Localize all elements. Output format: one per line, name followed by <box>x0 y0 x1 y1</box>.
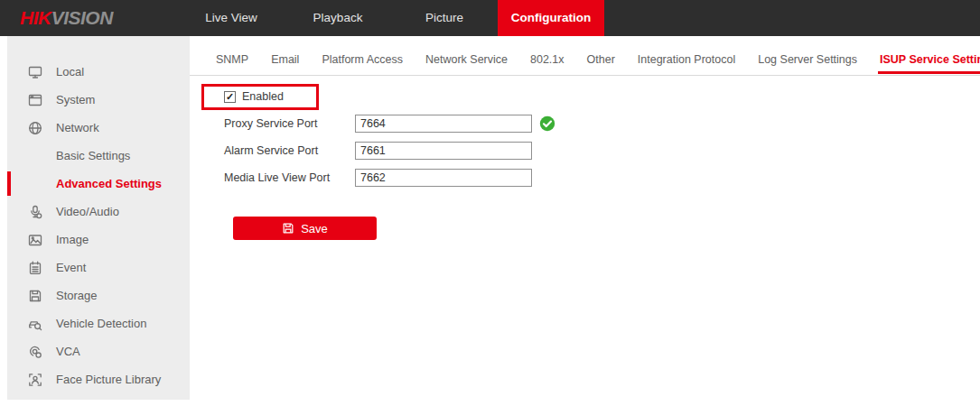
microphone-icon <box>27 204 42 219</box>
logo-hik: HIK <box>20 7 51 28</box>
hikvision-logo: HIKVISION <box>20 0 113 36</box>
tab-802-1x[interactable]: 802.1x <box>528 47 566 74</box>
nav-picture[interactable]: Picture <box>391 0 498 36</box>
vca-icon <box>27 344 42 359</box>
image-icon <box>27 232 42 247</box>
globe-icon <box>27 120 42 135</box>
system-window-icon <box>27 92 42 107</box>
tab-snmp[interactable]: SNMP <box>214 47 250 74</box>
top-navigation-bar: HIKVISION Live View Playback Picture Con… <box>0 0 980 36</box>
sidebar-item-system[interactable]: System <box>7 86 190 114</box>
monitor-icon <box>27 64 42 79</box>
sidebar-item-event[interactable]: Event <box>7 254 190 281</box>
media-live-view-port-input[interactable] <box>355 169 532 187</box>
nav-playback[interactable]: Playback <box>285 0 391 36</box>
logo-vision: VISION <box>51 7 113 28</box>
active-indicator-bar <box>7 171 11 196</box>
save-button[interactable]: Save <box>233 217 377 240</box>
enabled-label: Enabled <box>242 90 284 103</box>
save-button-label: Save <box>301 222 328 235</box>
tab-network-service[interactable]: Network Service <box>424 47 509 74</box>
sidebar-item-local[interactable]: Local <box>7 58 190 86</box>
nav-live-view[interactable]: Live View <box>178 0 285 36</box>
tab-platform-access[interactable]: Platform Access <box>320 47 405 74</box>
vehicle-detection-icon <box>27 316 42 331</box>
tab-isup-service-settings[interactable]: ISUP Service Settings <box>878 47 980 74</box>
nav-configuration[interactable]: Configuration <box>498 0 604 36</box>
sidebar-item-storage[interactable]: Storage <box>7 281 190 309</box>
event-notepad-icon <box>27 260 42 275</box>
isup-settings-form: ✓ Enabled Proxy Service Port Alarm Servi… <box>185 76 980 406</box>
proxy-service-port-label: Proxy Service Port <box>224 117 355 130</box>
alarm-service-port-row: Alarm Service Port <box>224 142 532 160</box>
top-nav-items: Live View Playback Picture Configuration <box>178 0 604 36</box>
tab-log-server-settings[interactable]: Log Server Settings <box>756 47 859 74</box>
sidebar-item-video-audio[interactable]: Video/Audio <box>7 198 190 226</box>
sidebar: Local System Network Basic Settings Adva… <box>7 36 190 400</box>
settings-tab-row: SNMP Email Platform Access Network Servi… <box>190 36 980 76</box>
sidebar-item-advanced-settings[interactable]: Advanced Settings <box>7 170 190 198</box>
media-live-view-port-row: Media Live View Port <box>224 169 532 187</box>
proxy-service-port-input[interactable] <box>355 115 532 133</box>
face-library-icon <box>27 372 42 387</box>
sidebar-item-vca[interactable]: VCA <box>7 337 190 365</box>
alarm-service-port-label: Alarm Service Port <box>224 144 355 157</box>
alarm-service-port-input[interactable] <box>355 142 532 160</box>
enabled-row: ✓ Enabled <box>224 90 284 103</box>
save-icon <box>282 222 294 235</box>
sidebar-item-basic-settings[interactable]: Basic Settings <box>7 142 190 170</box>
sidebar-item-image[interactable]: Image <box>7 226 190 254</box>
storage-floppy-icon <box>27 288 42 303</box>
media-live-view-port-label: Media Live View Port <box>224 171 355 184</box>
tab-other[interactable]: Other <box>585 47 617 74</box>
tab-integration-protocol[interactable]: Integration Protocol <box>636 47 737 74</box>
proxy-service-port-row: Proxy Service Port <box>224 115 555 133</box>
valid-check-icon <box>539 115 555 132</box>
tab-email[interactable]: Email <box>269 47 301 74</box>
sidebar-item-vehicle-detection[interactable]: Vehicle Detection <box>7 309 190 337</box>
sidebar-item-network[interactable]: Network <box>7 114 190 142</box>
enabled-checkbox[interactable]: ✓ <box>224 91 236 103</box>
sidebar-item-face-picture-library[interactable]: Face Picture Library <box>7 365 190 393</box>
